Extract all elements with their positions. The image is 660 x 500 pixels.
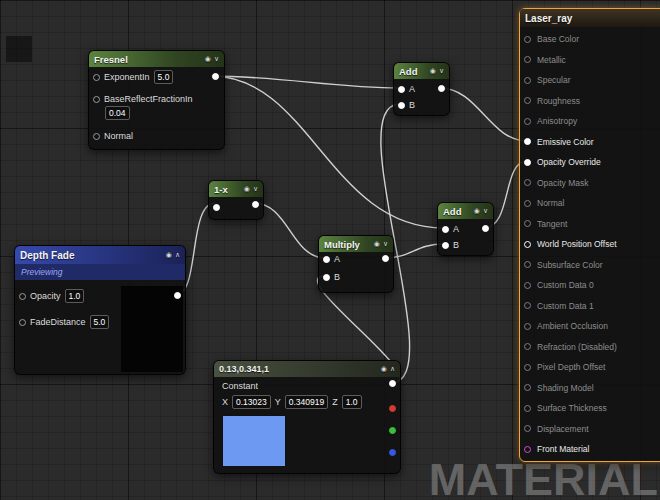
preview-toggle-icon[interactable]: ◉ <box>205 55 211 63</box>
preview-toggle-icon[interactable]: ◉ <box>381 365 387 373</box>
input-pin-icon[interactable] <box>442 242 449 249</box>
input-pin-icon[interactable] <box>524 343 531 350</box>
input-pin-icon[interactable] <box>524 36 531 43</box>
input-pin-icon[interactable] <box>524 425 531 432</box>
base-reflect-value[interactable]: 0.04 <box>105 106 130 120</box>
material-input-specular[interactable]: Specular <box>520 70 660 91</box>
multiply-node[interactable]: Multiply ◉ ∨ A B <box>318 235 394 293</box>
fresnel-node[interactable]: Fresnel ◉ ∨ ExponentIn 5.0 BaseReflectFr… <box>88 50 225 150</box>
input-pin-icon[interactable] <box>93 74 100 81</box>
collapse-chevron-icon[interactable]: ∨ <box>439 67 444 75</box>
input-pin-icon[interactable] <box>19 293 26 300</box>
depth-fade-header[interactable]: Depth Fade ◉ ∧ <box>15 246 185 264</box>
constant-r-output-pin[interactable] <box>389 405 396 412</box>
material-input-roughness[interactable]: Roughness <box>520 91 660 112</box>
preview-toggle-icon[interactable]: ◉ <box>430 67 436 75</box>
input-pin-icon[interactable] <box>524 179 531 186</box>
input-pin-icon[interactable] <box>524 200 531 207</box>
material-input-base-color[interactable]: Base Color <box>520 29 660 50</box>
constant-g-output-pin[interactable] <box>389 427 396 434</box>
collapse-chevron-icon[interactable]: ∨ <box>253 185 258 193</box>
constant-rgb-output-pin[interactable] <box>389 380 396 387</box>
material-input-subsurface-color[interactable]: Subsurface Color <box>520 255 660 276</box>
collapse-chevron-icon[interactable]: ∨ <box>214 55 219 63</box>
input-pin-icon[interactable] <box>524 138 531 145</box>
material-input-tangent[interactable]: Tangent <box>520 214 660 235</box>
fade-distance-value[interactable]: 5.0 <box>90 315 110 329</box>
input-pin-icon[interactable] <box>524 364 531 371</box>
input-pin-icon[interactable] <box>398 86 405 93</box>
input-pin-icon[interactable] <box>524 282 531 289</box>
one-minus-x-node[interactable]: 1-x ◉ ∨ <box>208 180 264 220</box>
constant-b-output-pin[interactable] <box>389 449 396 456</box>
x-value[interactable]: 0.13023 <box>232 395 271 409</box>
input-pin-icon[interactable] <box>213 204 220 211</box>
collapse-chevron-icon[interactable]: ∧ <box>175 251 180 259</box>
material-input-opacity-override[interactable]: Opacity Override <box>520 152 660 173</box>
preview-toggle-icon[interactable]: ◉ <box>166 251 172 259</box>
material-input-anisotropy[interactable]: Anisotropy <box>520 111 660 132</box>
exponent-in-value[interactable]: 5.0 <box>154 70 174 84</box>
preview-toggle-icon[interactable]: ◉ <box>244 185 250 193</box>
input-pin-icon[interactable] <box>93 133 100 140</box>
input-pin-icon[interactable] <box>524 446 531 453</box>
z-value[interactable]: 1.0 <box>342 395 362 409</box>
opacity-value[interactable]: 1.0 <box>65 289 85 303</box>
multiply-output-pin[interactable] <box>382 255 389 262</box>
fresnel-output-pin[interactable] <box>212 73 219 80</box>
input-pin-icon[interactable] <box>323 274 330 281</box>
collapse-chevron-icon[interactable]: ∨ <box>383 240 388 248</box>
constant-header[interactable]: 0.13,0.341,1 ◉ ∧ <box>214 361 400 377</box>
material-input-shading-model[interactable]: Shading Model <box>520 378 660 399</box>
fresnel-node-header[interactable]: Fresnel ◉ ∨ <box>89 51 224 67</box>
collapse-chevron-icon[interactable]: ∨ <box>483 207 488 215</box>
material-graph-canvas[interactable]: MATERIAL Fresnel ◉ ∨ ExponentIn 5.0 Base… <box>0 0 660 500</box>
multiply-header[interactable]: Multiply ◉ ∨ <box>319 236 393 252</box>
input-pin-icon[interactable] <box>524 118 531 125</box>
collapse-chevron-icon[interactable]: ∧ <box>390 365 395 373</box>
add-node-bottom[interactable]: Add ◉ ∨ A B <box>437 202 494 256</box>
one-minus-x-header[interactable]: 1-x ◉ ∨ <box>209 181 263 197</box>
preview-toggle-icon[interactable]: ◉ <box>474 207 480 215</box>
material-input-opacity-mask[interactable]: Opacity Mask <box>520 173 660 194</box>
preview-toggle-icon[interactable]: ◉ <box>374 240 380 248</box>
input-pin-icon[interactable] <box>524 220 531 227</box>
add-node-header[interactable]: Add ◉ ∨ <box>438 203 493 219</box>
add-node-header[interactable]: Add ◉ ∨ <box>394 63 449 79</box>
input-pin-icon[interactable] <box>524 405 531 412</box>
input-pin-icon[interactable] <box>524 384 531 391</box>
input-pin-icon[interactable] <box>442 226 449 233</box>
input-pin-icon[interactable] <box>524 261 531 268</box>
material-node-header[interactable]: Laser_ray <box>520 9 660 27</box>
material-input-refraction[interactable]: Refraction (Disabled) <box>520 337 660 358</box>
input-pin-icon[interactable] <box>524 159 531 166</box>
material-input-surface-thickness[interactable]: Surface Thickness <box>520 398 660 419</box>
add-node-top[interactable]: Add ◉ ∨ A B <box>393 62 450 116</box>
material-input-custom-data-1[interactable]: Custom Data 1 <box>520 296 660 317</box>
input-pin-icon[interactable] <box>524 241 531 248</box>
material-input-world-position-offset[interactable]: World Position Offset <box>520 234 660 255</box>
constant-color-swatch[interactable] <box>222 415 286 467</box>
material-input-front-material[interactable]: Front Material <box>520 439 660 460</box>
input-pin-icon[interactable] <box>524 323 531 330</box>
constant3vector-node[interactable]: 0.13,0.341,1 ◉ ∧ Constant X 0.13023 Y 0.… <box>213 360 401 474</box>
input-pin-icon[interactable] <box>524 56 531 63</box>
input-pin-icon[interactable] <box>93 96 100 103</box>
depth-fade-node[interactable]: Depth Fade ◉ ∧ Previewing Opacity 1.0 Fa… <box>14 245 186 375</box>
y-value[interactable]: 0.340919 <box>285 395 328 409</box>
material-input-custom-data-0[interactable]: Custom Data 0 <box>520 275 660 296</box>
material-input-pixel-depth-offset[interactable]: Pixel Depth Offset <box>520 357 660 378</box>
input-pin-icon[interactable] <box>19 319 26 326</box>
add-output-pin[interactable] <box>482 225 489 232</box>
input-pin-icon[interactable] <box>323 256 330 263</box>
material-input-normal[interactable]: Normal <box>520 193 660 214</box>
input-pin-icon[interactable] <box>524 97 531 104</box>
input-pin-icon[interactable] <box>524 302 531 309</box>
input-pin-icon[interactable] <box>524 77 531 84</box>
material-input-metallic[interactable]: Metallic <box>520 50 660 71</box>
material-result-node[interactable]: Laser_ray Base Color Metallic Specular R… <box>519 8 660 462</box>
add-output-pin[interactable] <box>438 85 445 92</box>
material-input-emissive-color[interactable]: Emissive Color <box>520 132 660 153</box>
material-input-displacement[interactable]: Displacement <box>520 419 660 440</box>
one-minus-x-output-pin[interactable] <box>252 201 259 208</box>
